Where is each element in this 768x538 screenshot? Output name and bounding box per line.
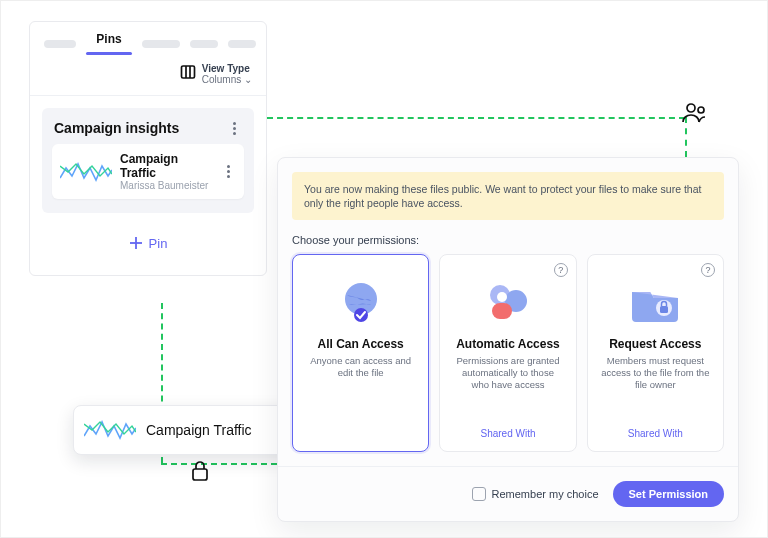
shared-with-link[interactable]: Shared With <box>480 418 535 439</box>
remember-checkbox[interactable]: Remember my choice <box>472 487 599 501</box>
section-title: Campaign insights <box>54 120 179 136</box>
option-desc: Anyone can access and edit the file <box>301 355 420 379</box>
lock-icon <box>190 460 210 486</box>
columns-icon <box>180 64 196 84</box>
warning-banner: You are now making these files public. W… <box>292 172 724 220</box>
svg-point-0 <box>687 104 695 112</box>
sparkline-icon <box>60 158 112 186</box>
tab-placeholder[interactable] <box>44 40 76 48</box>
svg-rect-12 <box>492 303 512 319</box>
svg-rect-2 <box>193 469 207 480</box>
option-title: Automatic Access <box>456 337 560 351</box>
pin-item-title: Campaign Traffic <box>120 152 212 180</box>
help-icon[interactable]: ? <box>701 263 715 277</box>
option-desc: Members must request access to the file … <box>596 355 715 391</box>
view-type-toggle[interactable]: View Type Columns ⌄ <box>202 63 252 85</box>
option-title: All Can Access <box>318 337 404 351</box>
insights-section: Campaign insights Campaign Traffic Maris… <box>42 108 254 213</box>
tab-placeholder[interactable] <box>190 40 218 48</box>
choose-label: Choose your permissions: <box>292 234 724 246</box>
users-icon <box>681 101 709 127</box>
section-more-button[interactable] <box>226 122 242 135</box>
shared-with-link[interactable]: Shared With <box>628 418 683 439</box>
svg-point-13 <box>497 292 507 302</box>
folder-lock-icon <box>627 275 683 327</box>
svg-rect-15 <box>660 306 668 313</box>
add-pin-button[interactable]: Pin <box>42 225 254 261</box>
option-desc: Permissions are granted automatically to… <box>448 355 567 391</box>
option-automatic-access[interactable]: ? Automatic Access Permissions are grant… <box>439 254 576 452</box>
people-icon <box>480 275 536 327</box>
pin-item[interactable]: Campaign Traffic Marissa Baumeister <box>52 144 244 199</box>
svg-point-1 <box>698 107 704 113</box>
option-title: Request Access <box>609 337 701 351</box>
svg-rect-3 <box>181 66 194 78</box>
chevron-down-icon: ⌄ <box>244 74 252 85</box>
tab-placeholder[interactable] <box>142 40 180 48</box>
sparkline-icon <box>84 416 136 444</box>
set-permission-button[interactable]: Set Permission <box>613 481 724 507</box>
tab-strip: Pins <box>30 22 266 55</box>
dragged-card-title: Campaign Traffic <box>146 422 284 438</box>
option-all-can-access[interactable]: All Can Access Anyone can access and edi… <box>292 254 429 452</box>
option-request-access[interactable]: ? Request Access Members must request ac… <box>587 254 724 452</box>
pins-panel: Pins View Type Columns ⌄ Campaign insigh… <box>29 21 267 276</box>
pin-item-subtitle: Marissa Baumeister <box>120 180 212 191</box>
help-icon[interactable]: ? <box>554 263 568 277</box>
checkbox-icon <box>472 487 486 501</box>
tab-pins[interactable]: Pins <box>86 32 132 55</box>
tab-placeholder[interactable] <box>228 40 256 48</box>
permission-dialog: You are now making these files public. W… <box>277 157 739 522</box>
globe-icon <box>333 275 389 327</box>
pin-item-more-button[interactable] <box>220 165 236 178</box>
